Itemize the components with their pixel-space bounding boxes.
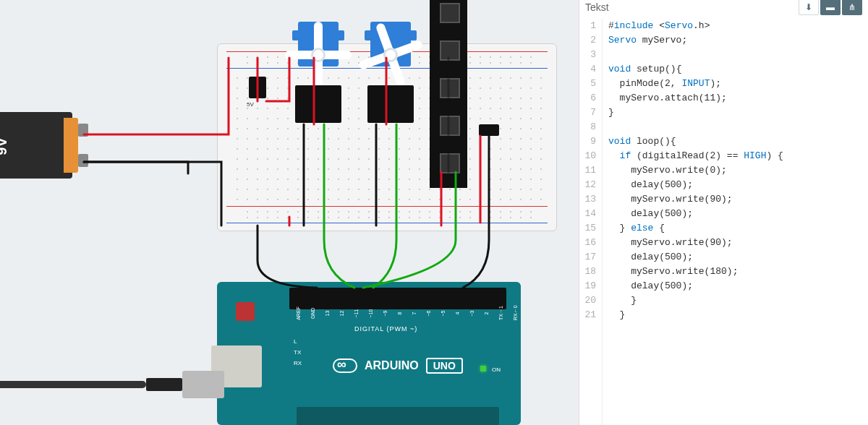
code-editor[interactable]: 123456789101112131415161718192021 #inclu… [579,16,868,425]
share-icon: ⋔ [848,2,856,12]
usb-cable[interactable]: ⚡ [0,365,224,416]
save-icon: ▬ [826,2,835,12]
arduino-model: UNO [426,358,463,374]
circuit-canvas[interactable]: 9V 5V AREFGND1312~11~10~987~6~54~32TX→1R… [0,0,579,425]
arduino-side-labels: LTXRX [294,338,302,366]
download-icon: ⬇ [805,2,812,12]
arduino-brand: ARDUINO [365,359,419,372]
regulator-label: 5V [246,101,255,108]
arduino-logo: ARDUINO UNO [333,358,463,374]
servo-1-connector[interactable] [295,85,341,123]
battery-label: 9V [0,137,10,155]
download-button[interactable]: ⬇ [799,0,819,15]
usb-plug[interactable] [182,371,224,398]
battery-terminal-pos[interactable] [78,124,88,137]
share-button[interactable]: ⋔ [842,0,862,15]
arduino-infinity-icon [333,359,357,373]
arduino-on-led [480,366,486,372]
code-title: Tekst [585,1,609,13]
code-header: Tekst ⬇ ▬ ⋔ [579,0,868,16]
code-panel: Tekst ⬇ ▬ ⋔ 1234567891011121314151617181… [579,0,868,425]
arduino-pin-labels: AREFGND1312~11~10~987~6~54~32TX→1RX←0 [294,311,524,316]
slide-switch[interactable] [479,124,499,136]
servo-2[interactable] [365,22,417,82]
voltage-regulator[interactable] [249,77,266,98]
arduino-reset-button[interactable] [236,302,255,321]
source-code[interactable]: #include <Servo.h> Servo myServo; void s… [603,19,783,425]
servo-2-connector[interactable] [367,85,414,123]
power-rail-bottom[interactable] [226,205,548,225]
battery-terminal-neg[interactable] [78,154,88,167]
save-button[interactable]: ▬ [820,0,841,15]
digital-pwm-label: DIGITAL (PWM ~) [354,325,417,332]
arduino-on-label: ON [492,366,501,373]
neopixel-strip[interactable] [430,0,467,188]
arduino-uno[interactable]: AREFGND1312~11~10~987~6~54~32TX→1RX←0 DI… [217,282,521,425]
servo-1[interactable] [292,22,344,82]
battery-9v[interactable]: 9V [0,112,72,179]
line-numbers: 123456789101112131415161718192021 [579,19,603,425]
